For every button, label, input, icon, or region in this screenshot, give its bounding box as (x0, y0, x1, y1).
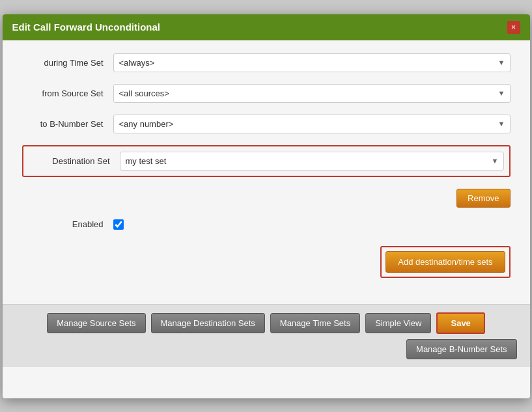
destination-set-row: Destination Set my test set ▼ (22, 145, 511, 177)
add-btn-row: Add destination/time sets (22, 246, 511, 278)
manage-source-sets-button[interactable]: Manage Source Sets (47, 313, 145, 333)
b-number-set-row: to B-Number Set <any number> ▼ (22, 115, 511, 133)
edit-dialog: Edit Call Forward Unconditional × during… (3, 14, 530, 398)
footer-row1: Manage Source Sets Manage Destination Se… (16, 312, 517, 334)
time-set-row: during Time Set <always> ▼ (22, 53, 511, 72)
footer-row2: Manage B-Number Sets (16, 339, 517, 359)
time-set-select-wrapper: <always> ▼ (113, 53, 511, 72)
time-set-select[interactable]: <always> (113, 53, 511, 72)
add-btn-wrapper: Add destination/time sets (380, 246, 510, 278)
remove-button[interactable]: Remove (456, 189, 510, 208)
add-destination-time-sets-button[interactable]: Add destination/time sets (385, 251, 505, 273)
destination-set-select[interactable]: my test set (120, 152, 504, 171)
remove-btn-row: Remove (22, 189, 511, 208)
b-number-set-select-wrapper: <any number> ▼ (113, 115, 511, 133)
time-set-label: during Time Set (22, 58, 113, 68)
enabled-label: Enabled (22, 219, 113, 229)
dialog-title: Edit Call Forward Unconditional (12, 21, 161, 33)
source-set-select-wrapper: <all sources> ▼ (113, 84, 511, 103)
close-button[interactable]: × (507, 21, 520, 34)
enabled-row: Enabled (22, 219, 511, 230)
simple-view-button[interactable]: Simple View (365, 313, 431, 333)
b-number-set-select[interactable]: <any number> (113, 115, 511, 133)
manage-destination-sets-button[interactable]: Manage Destination Sets (151, 313, 265, 333)
dialog-header: Edit Call Forward Unconditional × (3, 14, 530, 40)
b-number-set-label: to B-Number Set (22, 119, 113, 129)
dialog-footer: Manage Source Sets Manage Destination Se… (3, 304, 530, 367)
enabled-checkbox[interactable] (113, 219, 124, 230)
destination-set-select-wrapper: my test set ▼ (120, 152, 504, 171)
manage-b-number-sets-button[interactable]: Manage B-Number Sets (406, 339, 516, 359)
save-button[interactable]: Save (436, 312, 484, 334)
manage-time-sets-button[interactable]: Manage Time Sets (270, 313, 360, 333)
source-set-row: from Source Set <all sources> ▼ (22, 84, 511, 103)
dialog-body: during Time Set <always> ▼ from Source S… (3, 40, 530, 304)
destination-set-label: Destination Set (29, 156, 120, 166)
source-set-label: from Source Set (22, 89, 113, 98)
source-set-select[interactable]: <all sources> (113, 84, 511, 103)
